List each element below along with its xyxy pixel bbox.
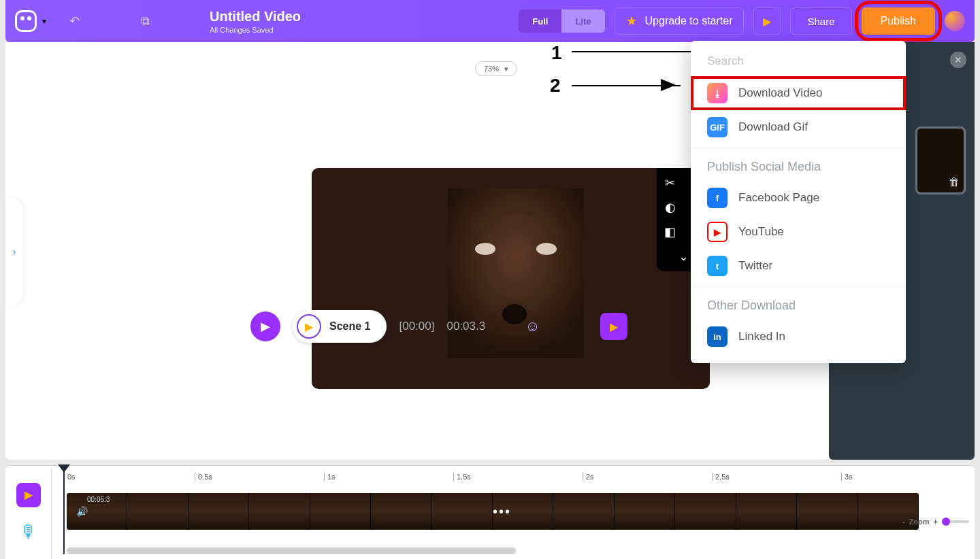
zoom-in-icon[interactable]: + — [934, 518, 938, 526]
user-avatar[interactable] — [945, 11, 965, 31]
preview-play-button[interactable]: ▶ — [753, 7, 781, 35]
left-drawer-toggle[interactable]: › — [5, 197, 23, 306]
annotation-arrow-2 — [572, 85, 681, 86]
scene-label: Scene 1 — [329, 320, 370, 333]
more-tools-icon[interactable]: ⌄ — [679, 249, 689, 264]
menu-download-gif[interactable]: GIF Download Gif — [691, 110, 906, 144]
tick: 3s — [841, 473, 853, 481]
menu-youtube[interactable]: ▶ YouTube — [691, 215, 906, 249]
menu-linkedin[interactable]: in Linked In — [691, 320, 906, 354]
clip-icon[interactable]: ▶ — [600, 313, 627, 340]
zoom-slider[interactable] — [942, 520, 969, 523]
menu-download-video[interactable]: ⭳ Download Video — [691, 76, 906, 110]
upgrade-label: Upgrade to starter — [645, 15, 733, 27]
play-button[interactable]: ▶ — [250, 311, 280, 341]
timeline-tools: ▶ 🎙 — [5, 466, 52, 559]
section-heading-other: Other Download — [691, 292, 906, 320]
contrast-icon[interactable]: ◐ — [665, 200, 676, 215]
publish-search[interactable]: Search — [691, 46, 906, 76]
tick: 0.5s — [195, 473, 212, 481]
person-icon[interactable]: ☺ — [525, 318, 540, 335]
playhead[interactable] — [63, 466, 65, 554]
menu-twitter[interactable]: t Twitter — [691, 249, 906, 283]
undo-icon[interactable]: ↶ — [69, 14, 80, 29]
opacity-icon[interactable]: ◧ — [664, 224, 676, 239]
linkedin-icon: in — [707, 326, 728, 347]
timeline-zoom[interactable]: - Zoom + — [902, 518, 969, 526]
zoom-label: Zoom — [909, 518, 930, 526]
app-logo[interactable] — [15, 10, 37, 32]
annotation-2: 2 — [550, 75, 561, 97]
menu-label: YouTube — [738, 225, 784, 239]
share-button[interactable]: Share — [790, 7, 851, 35]
project-title[interactable]: Untitled Video — [210, 9, 301, 24]
volume-icon[interactable]: 🔊 — [76, 506, 88, 517]
youtube-icon: ▶ — [707, 222, 728, 242]
timeline: ▶ 🎙 0s 0.5s 1s 1.5s 2s 2.5s 3s 🔊 00:05:3… — [5, 465, 975, 559]
menu-separator — [691, 148, 906, 149]
menu-label: Linked In — [738, 330, 785, 343]
annotation-1: 1 — [551, 42, 562, 64]
close-panel-icon[interactable]: ✕ — [950, 52, 966, 68]
upgrade-button[interactable]: ★ Upgrade to starter — [615, 7, 745, 35]
tick: 1.5s — [453, 473, 471, 481]
clip-time: 00:05:3 — [87, 496, 110, 503]
video-preview[interactable]: ✂ ✥ ◐ ⛶ ◧ ↻ ⌄ — [312, 168, 710, 389]
mode-toggle[interactable]: Full Lite — [519, 10, 604, 33]
scene-play-icon[interactable]: ▶ — [297, 314, 321, 339]
mode-lite[interactable]: Lite — [561, 10, 604, 33]
menu-label: Download Gif — [738, 120, 808, 134]
video-clip[interactable]: 🔊 00:05:3 ••• — [67, 493, 919, 530]
save-status: All Changes Saved — [210, 26, 301, 34]
timecode-duration: 00:03.3 — [446, 320, 485, 333]
menu-facebook[interactable]: f Facebook Page — [691, 181, 906, 215]
tick: 2s — [583, 473, 594, 481]
publish-menu: Search ⭳ Download Video GIF Download Gif… — [691, 41, 906, 363]
scene-thumbnail[interactable]: 🗑 — [915, 126, 966, 194]
star-icon: ★ — [626, 14, 637, 29]
tick: 1s — [324, 473, 336, 481]
facebook-icon: f — [707, 188, 728, 208]
menu-label: Facebook Page — [738, 191, 819, 205]
chevron-down-icon: ▾ — [504, 65, 508, 73]
menu-label: Download Video — [738, 86, 823, 100]
publish-button[interactable]: Publish — [862, 7, 935, 35]
logo-dropdown-icon[interactable]: ▾ — [42, 16, 46, 26]
publish-label: Publish — [881, 15, 916, 27]
tick: 2.5s — [712, 473, 730, 481]
time-ruler[interactable]: 0s 0.5s 1s 1.5s 2s 2.5s 3s — [52, 473, 920, 485]
copy-icon[interactable]: ⧉ — [141, 14, 150, 29]
download-gif-icon: GIF — [707, 117, 728, 137]
top-bar: ▾ ↶ ⧉ Untitled Video All Changes Saved F… — [5, 0, 975, 42]
mode-full[interactable]: Full — [519, 10, 561, 33]
menu-separator — [691, 287, 906, 288]
zoom-level-pill[interactable]: 73% ▾ — [475, 61, 517, 76]
timeline-scrollbar[interactable] — [67, 547, 516, 554]
audio-track-icon[interactable]: 🎙 — [20, 522, 37, 543]
scene-playbar: ▶ ▶ Scene 1 [00:00] 00:03.3 ☺ ▶ ⌖ — [250, 310, 702, 343]
download-video-icon: ⭳ — [707, 83, 728, 103]
zoom-value: 73% — [484, 65, 499, 73]
clip-more-icon[interactable]: ••• — [493, 504, 511, 520]
scene-selector[interactable]: ▶ Scene 1 — [293, 310, 387, 343]
delete-icon[interactable]: 🗑 — [949, 176, 960, 188]
cut-icon[interactable]: ✂ — [665, 175, 675, 190]
menu-label: Twitter — [738, 259, 772, 273]
timecode-in: [00:00] — [399, 320, 434, 333]
video-track-icon[interactable]: ▶ — [16, 483, 41, 507]
zoom-out-icon[interactable]: - — [902, 518, 905, 526]
section-heading-social: Publish Social Media — [691, 153, 906, 181]
twitter-icon: t — [707, 256, 728, 276]
